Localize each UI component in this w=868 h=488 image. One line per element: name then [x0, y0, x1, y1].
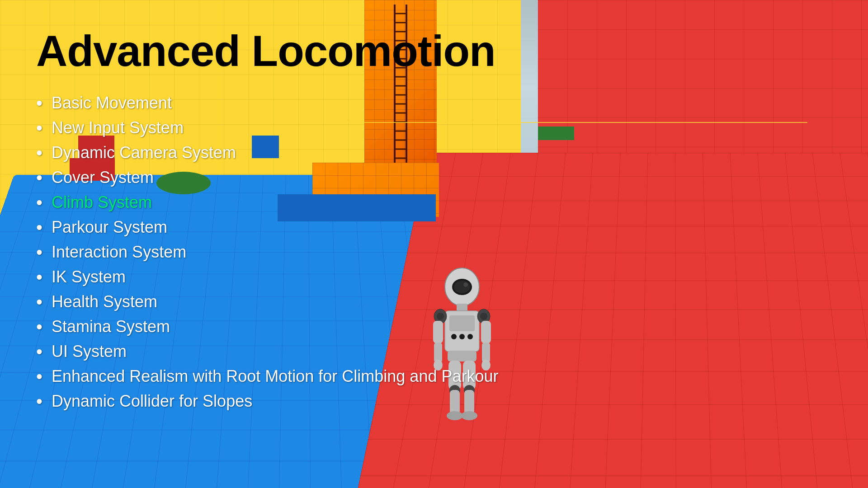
- feature-item-2: Dynamic Camera System: [36, 143, 832, 163]
- feature-item-1: New Input System: [36, 118, 832, 138]
- feature-item-10: UI System: [36, 342, 832, 362]
- content-overlay: Advanced Locomotion Basic MovementNew In…: [0, 0, 868, 488]
- feature-item-4: Climb System: [36, 192, 832, 213]
- feature-item-12: Dynamic Collider for Slopes: [36, 391, 832, 412]
- feature-item-6: Interaction System: [36, 242, 832, 263]
- feature-item-7: IK System: [36, 267, 832, 287]
- feature-item-0: Basic Movement: [36, 93, 832, 113]
- feature-item-3: Cover System: [36, 168, 832, 188]
- feature-item-9: Stamina System: [36, 317, 832, 337]
- feature-item-8: Health System: [36, 292, 832, 312]
- page-title: Advanced Locomotion: [36, 27, 832, 75]
- feature-item-11: Enhanced Realism with Root Motion for Cl…: [36, 366, 832, 387]
- features-list: Basic MovementNew Input SystemDynamic Ca…: [36, 93, 832, 412]
- feature-item-5: Parkour System: [36, 217, 832, 238]
